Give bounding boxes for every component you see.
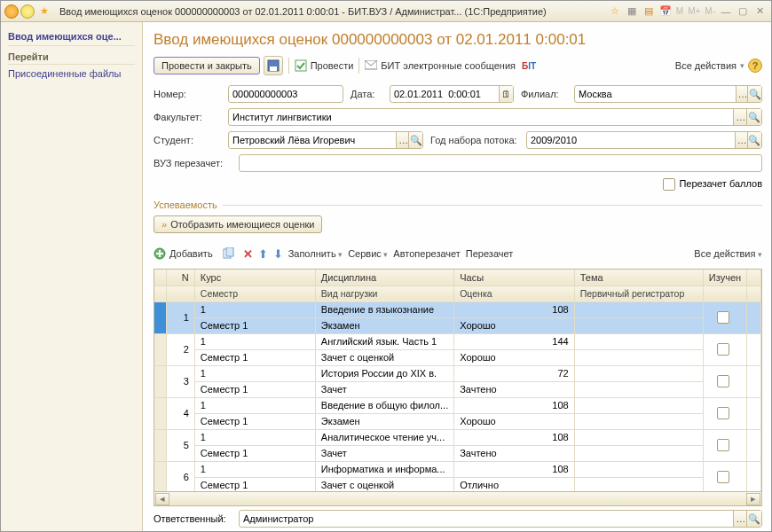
add-button[interactable]: Добавить	[154, 247, 213, 260]
col-scroll	[747, 270, 761, 286]
scroll-right-icon[interactable]: ▸	[746, 493, 760, 505]
faculty-input[interactable]: …🔍	[228, 108, 762, 126]
col-hours[interactable]: Часы	[454, 270, 575, 286]
post-button[interactable]: Провести	[295, 59, 354, 72]
table-row[interactable]: 21Английский язык. Часть 1144	[154, 333, 761, 349]
grid-icon[interactable]: ▦	[624, 4, 640, 20]
rescore-checkbox[interactable]: Перезачет баллов	[663, 178, 762, 191]
scroll-left-icon[interactable]: ◂	[155, 493, 169, 505]
move-up-icon[interactable]: ⬆	[258, 247, 268, 261]
col-load[interactable]: Вид нагрузки	[315, 286, 453, 301]
bit-logo-icon[interactable]: БIT	[519, 56, 539, 75]
table-row-sub[interactable]: Семестр 1ЗачетЗачтено	[154, 381, 761, 397]
service-dropdown[interactable]: Сервис	[348, 248, 388, 259]
page-title: Ввод имеющихся оценок 000000000003 от 02…	[154, 27, 762, 56]
table-row-sub[interactable]: Семестр 1ЭкзаменХорошо	[154, 317, 761, 333]
table-row[interactable]: 41Введение в общую филол...108	[154, 397, 761, 413]
all-actions-dropdown[interactable]: Все действия	[675, 60, 744, 71]
table-row[interactable]: 11Введение в языкознание108	[154, 301, 761, 317]
post-label: Провести	[311, 60, 354, 71]
minimize-icon[interactable]: —	[718, 4, 734, 20]
studied-checkbox[interactable]	[717, 343, 729, 356]
table-row-sub[interactable]: Семестр 1ЭкзаменХорошо	[154, 413, 761, 429]
open-icon[interactable]: 🔍	[408, 132, 422, 148]
table-row[interactable]: 31История России до XIX в.72	[154, 365, 761, 381]
table-row-sub[interactable]: Семестр 1ЗачетЗачтено	[154, 445, 761, 461]
calendar-icon[interactable]: 📅	[658, 4, 674, 20]
year-input[interactable]: …🔍	[526, 131, 762, 149]
show-grades-button[interactable]: » Отобразить имеющиеся оценки	[154, 215, 322, 233]
m-btn[interactable]: M	[674, 6, 685, 16]
number-label: Номер:	[154, 89, 221, 99]
date-label: Дата:	[351, 89, 382, 99]
m-plus-btn[interactable]: M+	[686, 6, 702, 16]
col-grade[interactable]: Оценка	[454, 286, 575, 301]
horizontal-scrollbar[interactable]: ◂ ▸	[154, 491, 761, 505]
studied-checkbox[interactable]	[717, 311, 729, 324]
table-all-actions[interactable]: Все действия	[694, 248, 762, 259]
grades-table: N Курс Дисциплина Часы Тема Изучен Семес…	[154, 269, 762, 506]
favorite-icon[interactable]: ☆	[607, 4, 623, 20]
help-icon[interactable]: ?	[748, 59, 762, 73]
delete-icon[interactable]: ✕	[243, 247, 253, 261]
save-icon[interactable]	[264, 56, 283, 75]
studied-checkbox[interactable]	[717, 375, 729, 387]
studied-checkbox[interactable]	[717, 471, 729, 483]
table-row-sub[interactable]: Семестр 1Зачет с оценкойОтлично	[154, 477, 761, 491]
sidebar: Ввод имеющихся оце... Перейти Присоедине…	[1, 22, 143, 531]
table-row-sub[interactable]: Семестр 1Зачет с оценкойХорошо	[154, 349, 761, 365]
calendar-picker-icon[interactable]: 🗓	[499, 86, 513, 102]
number-input[interactable]	[228, 85, 343, 103]
open-icon[interactable]: 🔍	[746, 511, 761, 527]
bit-label: БИТ электронные сообщения	[381, 60, 516, 71]
show-grades-label: Отобразить имеющиеся оценки	[170, 219, 314, 230]
student-label: Студент:	[154, 135, 221, 145]
calc-icon[interactable]: ▤	[641, 4, 657, 20]
col-course[interactable]: Курс	[194, 270, 315, 286]
vuz-input[interactable]	[239, 154, 762, 172]
open-icon[interactable]: 🔍	[747, 86, 761, 102]
col-studied[interactable]: Изучен	[703, 270, 746, 286]
table-row[interactable]: 61Информатика и информа...108	[154, 461, 761, 477]
col-discipline[interactable]: Дисциплина	[315, 270, 453, 286]
close-icon[interactable]: ✕	[752, 4, 768, 20]
sidebar-current[interactable]: Ввод имеющихся оце...	[8, 27, 135, 46]
sidebar-group-goto[interactable]: Перейти	[8, 46, 135, 65]
move-down-icon[interactable]: ⬇	[273, 247, 283, 261]
studied-checkbox[interactable]	[717, 439, 729, 451]
filial-input[interactable]: …🔍	[574, 85, 762, 103]
add-label: Добавить	[169, 248, 213, 259]
responsible-input[interactable]: …🔍	[239, 510, 762, 528]
faculty-label: Факультет:	[154, 112, 221, 122]
rescore-button[interactable]: Перезачет	[466, 248, 513, 259]
col-semester[interactable]: Семестр	[194, 286, 315, 301]
main-content: Ввод имеющихся оценок 000000000003 от 02…	[143, 22, 771, 531]
col-prim[interactable]: Первичный регистратор	[574, 286, 703, 301]
sidebar-item-files[interactable]: Присоединенные файлы	[8, 65, 135, 82]
window-title: Ввод имеющихся оценок 000000000003 от 02…	[52, 6, 607, 17]
copy-icon[interactable]	[218, 244, 238, 263]
open-icon[interactable]: 🔍	[747, 132, 761, 148]
col-subject[interactable]: Тема	[574, 270, 703, 286]
svg-rect-6	[226, 247, 233, 256]
student-input[interactable]: …🔍	[228, 131, 423, 149]
sys-home-icon[interactable]	[4, 4, 19, 19]
m-minus-btn[interactable]: M-	[703, 6, 717, 16]
studied-checkbox[interactable]	[717, 407, 729, 419]
open-icon[interactable]: 🔍	[746, 109, 761, 125]
star-icon[interactable]: ★	[36, 4, 52, 20]
titlebar: ★ Ввод имеющихся оценок 000000000003 от …	[1, 1, 771, 22]
separator	[288, 58, 289, 74]
vuz-label: ВУЗ перезачет:	[154, 158, 232, 168]
table-row[interactable]: 51Аналитическое чтение уч...108	[154, 429, 761, 445]
col-handle[interactable]	[154, 270, 167, 286]
svg-rect-2	[295, 60, 306, 71]
auto-rescore-button[interactable]: Автоперезачет	[393, 248, 460, 259]
fill-dropdown[interactable]: Заполнить	[288, 248, 343, 259]
bit-messages-button[interactable]: БИТ электронные сообщения	[365, 60, 516, 71]
maximize-icon[interactable]: ▢	[735, 4, 751, 20]
sys-nav-icon[interactable]	[20, 4, 35, 19]
post-and-close-button[interactable]: Провести и закрыть	[154, 57, 260, 74]
date-input[interactable]: 🗓	[390, 85, 514, 103]
col-n[interactable]: N	[167, 270, 194, 286]
